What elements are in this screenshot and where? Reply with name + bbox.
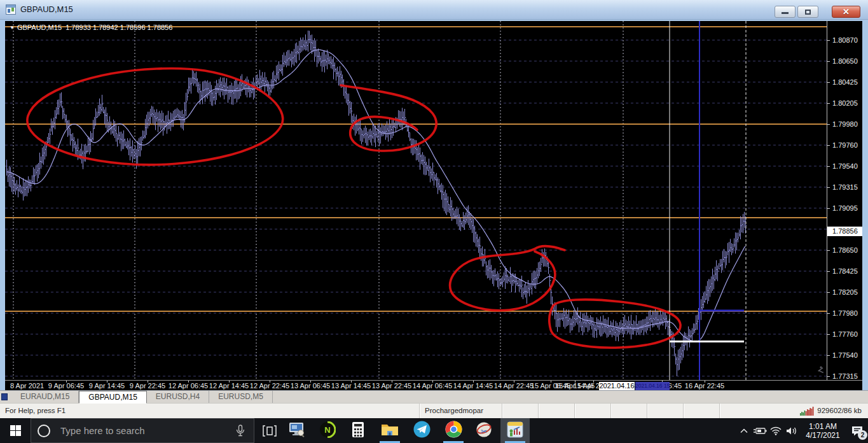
chrome-taskbar-button[interactable] [439,418,468,443]
windows-logo-icon [10,425,21,436]
price-tick-label: 1.80205 [832,99,858,107]
time-tick-label: 14 Apr 06:45 [413,382,452,390]
window-title: GBPAUD,M15 [20,4,73,14]
selected-period-label: 2021.04.16 15:00 [635,382,670,390]
ninjatrader-icon: N [319,421,336,440]
price-axis[interactable]: 1.78856 1.808701.806501.804251.802051.79… [827,21,862,380]
close-button[interactable]: ✕ [832,6,860,18]
svg-text:N: N [324,425,330,435]
clock[interactable]: 1:01 AM 4/17/2021 [802,422,844,440]
file-explorer-taskbar-button[interactable] [375,418,404,443]
price-tick-label: 1.79095 [832,204,858,212]
time-tick-label: 13 Apr 22:45 [372,382,411,390]
connection-bars-icon [800,406,814,416]
status-cell [539,404,575,418]
calculator-taskbar-button[interactable] [343,418,373,443]
time-tick-label: 14 Apr 14:45 [453,382,493,390]
price-tick-label: 1.79315 [832,183,858,191]
tray-time: 1:01 AM [802,422,844,431]
highlighted-date-label: 2021.04.16 [599,382,635,390]
time-tick [66,381,67,383]
price-tick [827,40,830,41]
time-tick-label: 9 Apr 14:45 [89,382,125,390]
minimize-button[interactable] [775,6,796,18]
chart-tab-gbpaud-m15[interactable]: GBPAUD,M15 [79,391,146,404]
time-tick [270,381,270,383]
chart-tab-eurusd-h4[interactable]: EURUSD,H4 [147,391,209,403]
status-traffic: 929602/86 kb [796,404,868,418]
status-cell [611,404,647,418]
chart-tab-euraud-m15[interactable]: EURAUD,M15 [11,391,79,403]
snipping-tool-taskbar-button[interactable]: ✂ [469,418,499,443]
ninjatrader-taskbar-button[interactable]: N [313,418,342,443]
price-tick [827,187,830,188]
price-tick [827,61,830,62]
time-tick [107,381,107,383]
taskbar: Type here to search N✂ [0,418,868,443]
price-tick-label: 1.78425 [832,267,858,275]
remote-desktop-icon [289,422,305,440]
chart-ohlc-label: ▼GBPAUD,M15 1.78933 1.78942 1.78596 1.78… [10,24,172,31]
cortana-icon [38,425,50,437]
time-tick [551,381,551,383]
price-tick [827,103,830,104]
status-account-text: Prochargedmopar [420,404,502,418]
status-cell [647,404,684,418]
task-view-button[interactable] [256,418,284,443]
status-cell [684,404,720,418]
svg-text:✂: ✂ [481,427,487,436]
restore-button[interactable] [797,6,818,18]
notification-badge: 2 [858,430,867,440]
time-tick-label: 8 Apr 2021 [10,382,44,390]
time-tick-label: 16 Apr 22:45 [685,382,724,390]
search-input[interactable]: Type here to search [31,418,254,443]
snipping-tool-icon: ✂ [475,421,493,440]
price-tick [827,292,830,293]
time-tick [392,381,392,383]
time-tick-label: 14 Apr 22:45 [494,382,534,390]
wifi-icon[interactable] [768,426,783,435]
time-tick [514,381,514,383]
file-explorer-icon [381,423,399,439]
price-tick [827,334,830,335]
chart-tab-eurusd-m5[interactable]: EURUSD,M5 [209,391,273,403]
time-tick-label: 9 Apr 22:45 [130,382,165,390]
notification-center-button[interactable]: 2 [846,418,868,443]
price-tick-label: 1.78205 [832,288,858,296]
desktop: GBPAUD,M15 ✕ ▼GBPAUD,M15 1.78933 1.78942… [0,0,868,443]
time-tick [188,381,189,383]
tab-scroll-icon[interactable] [1,393,8,400]
price-tick [827,124,830,125]
time-tick-label: 13 Apr 06:45 [291,382,330,390]
chevron-down-icon: ▼ [10,25,15,31]
price-tick-label: 1.79980 [832,120,858,128]
time-tick-label: 13 Apr 14:45 [331,382,371,390]
chart-window: ▼GBPAUD,M15 1.78933 1.78942 1.78596 1.78… [5,21,862,390]
price-tick-label: 1.80870 [832,36,858,44]
price-tick-label: 1.79540 [832,162,858,170]
price-tick [827,376,830,377]
metatrader-icon [507,421,523,440]
remote-desktop-taskbar-button[interactable] [282,418,312,443]
tray-date: 4/17/2021 [802,431,844,440]
task-view-icon [263,425,277,437]
speaker-icon[interactable] [783,426,799,435]
search-placeholder: Type here to search [60,425,236,436]
price-tick [827,82,830,83]
chart-plot-area[interactable] [5,21,827,380]
status-help-text: For Help, press F1 [0,404,420,418]
time-tick [705,381,705,383]
time-axis[interactable]: 8 Apr 20219 Apr 06:459 Apr 14:459 Apr 22… [5,380,862,390]
telegram-taskbar-button[interactable] [407,418,436,443]
price-tick-label: 1.77980 [832,309,858,317]
battery-charging-icon[interactable] [752,426,768,435]
price-tick-label: 1.79760 [832,141,858,149]
chart-tabbar: EURAUD,M15GBPAUD,M15EURUSD,H4EURUSD,M5 [0,390,868,403]
tray-chevron-up-icon[interactable] [736,428,752,434]
start-button[interactable] [0,418,31,443]
price-tick [827,166,830,167]
current-price-badge: 1.78856 [827,227,862,236]
time-tick [473,381,474,383]
metatrader-taskbar-button[interactable] [500,418,530,443]
microphone-icon[interactable] [236,425,245,437]
